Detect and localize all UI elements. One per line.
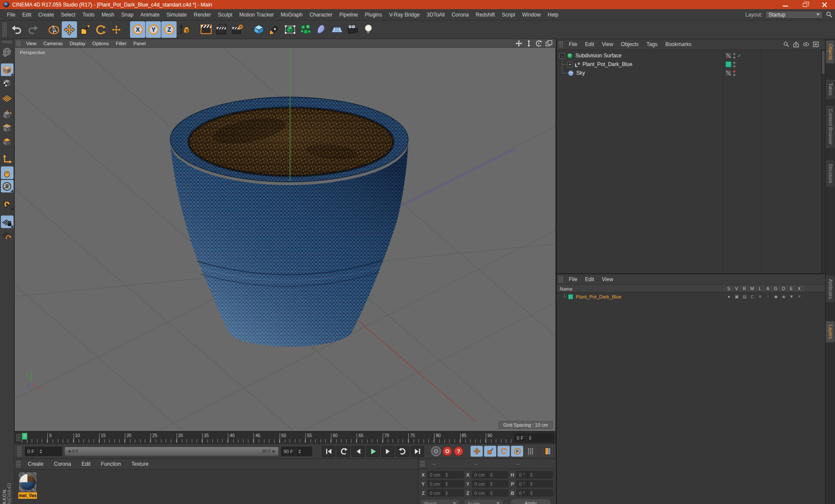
timeline-ruler[interactable]: 0 5 10 15: [22, 433, 511, 443]
menu-item[interactable]: Pipeline: [336, 12, 361, 18]
viewport-menu-item[interactable]: Panel: [130, 41, 149, 46]
layer-column-header[interactable]: R: [741, 285, 748, 292]
light-button[interactable]: [361, 21, 376, 38]
display-toggle-icon[interactable]: [725, 53, 731, 59]
z-axis-lock-button[interactable]: Z: [161, 21, 177, 38]
object-menu-item[interactable]: File: [565, 41, 581, 47]
primitive-cube-button[interactable]: [251, 21, 266, 38]
material-menu-item[interactable]: Function: [96, 461, 126, 467]
minimize-button[interactable]: [783, 3, 788, 7]
display-toggle-icon[interactable]: [725, 70, 731, 76]
position-input[interactable]: 0 cm: [427, 480, 464, 487]
goto-end-button[interactable]: [411, 446, 424, 457]
object-menu-item[interactable]: Edit: [581, 41, 598, 47]
subdivision-surface-button[interactable]: [282, 21, 297, 38]
menu-item[interactable]: V-Ray Bridge: [385, 12, 423, 18]
collapse-expander[interactable]: -: [559, 53, 565, 59]
workplane-mode-button[interactable]: [1, 90, 13, 103]
coordinates-grip[interactable]: [420, 461, 425, 467]
menu-item[interactable]: Simulate: [163, 12, 190, 18]
search-icon[interactable]: [826, 11, 832, 18]
visibility-dots-icon[interactable]: [733, 53, 735, 59]
apply-button[interactable]: Apply: [511, 499, 551, 504]
timeline-frame-field[interactable]: 0 F: [514, 433, 554, 442]
palette-grip[interactable]: [2, 40, 12, 44]
object-menu-item[interactable]: Objects: [617, 41, 643, 47]
material-menu-item[interactable]: Edit: [76, 461, 96, 467]
menu-item[interactable]: Motion Tracker: [236, 12, 277, 18]
rotate-tool-button[interactable]: [93, 21, 108, 38]
pan-icon[interactable]: [515, 40, 522, 47]
toolbar-grip[interactable]: [2, 22, 7, 37]
tab-objects[interactable]: Objects: [826, 40, 835, 64]
material-list[interactable]: mat_Vas: [14, 470, 418, 504]
goto-start-button[interactable]: [322, 446, 335, 457]
layer-toggle-icon[interactable]: ▤: [741, 294, 748, 299]
menu-item[interactable]: Window: [519, 12, 544, 18]
rotation-input[interactable]: 0 °: [516, 489, 553, 497]
layer-column-header[interactable]: X: [795, 285, 803, 292]
spinner-arrows-icon[interactable]: [37, 447, 42, 456]
layer-toggle-icon[interactable]: ◆: [772, 294, 780, 299]
live-selection-button[interactable]: [46, 21, 61, 38]
viewport-menu-item[interactable]: Options: [89, 41, 112, 46]
menu-item[interactable]: MoGraph: [277, 12, 306, 18]
layer-toggle-icon[interactable]: ▼: [788, 294, 795, 299]
key-rotation-toggle[interactable]: [498, 446, 510, 457]
tree-row-plant-pot[interactable]: + L0 Plant_Pot_Dark_Blue: [557, 60, 825, 69]
layer-color-icon[interactable]: [568, 294, 573, 299]
camera-button[interactable]: [345, 21, 360, 38]
previous-key-button[interactable]: [337, 446, 350, 457]
viewport-menu-item[interactable]: Display: [66, 41, 89, 46]
object-name[interactable]: Plant_Pot_Dark_Blue: [582, 61, 632, 67]
layer-column-header[interactable]: G: [772, 285, 780, 292]
visibility-dots-icon[interactable]: [733, 62, 735, 67]
rotation-input[interactable]: 0 °: [516, 480, 553, 487]
move-tool-button[interactable]: [62, 21, 77, 38]
viewport-menubar-grip[interactable]: [16, 40, 21, 46]
material-name[interactable]: mat_Vas: [18, 492, 37, 499]
edges-mode-button[interactable]: [1, 122, 13, 134]
menu-item[interactable]: Sculpt: [214, 12, 236, 18]
menu-item[interactable]: Script: [498, 12, 519, 18]
tweak-mode-button[interactable]: [1, 166, 13, 179]
redo-button[interactable]: [25, 21, 40, 38]
last-tool-button[interactable]: [109, 21, 124, 38]
floor-button[interactable]: [329, 21, 344, 38]
layers-menu-item[interactable]: Edit: [581, 276, 598, 282]
viewport-menu-item[interactable]: View: [23, 41, 40, 46]
deformer-button[interactable]: [298, 21, 313, 38]
home-icon[interactable]: [793, 41, 799, 47]
menu-item[interactable]: Edit: [19, 12, 35, 18]
object-toggles[interactable]: ✓: [725, 53, 741, 59]
name-column-header[interactable]: Name: [557, 286, 725, 292]
layer-column-header[interactable]: E: [788, 285, 795, 292]
viewport-menu-item[interactable]: Filter: [112, 41, 130, 46]
axis-mode-button[interactable]: [1, 153, 13, 166]
object-menu-item[interactable]: Tags: [643, 41, 661, 47]
record-disabled-button[interactable]: [431, 446, 441, 456]
end-frame-field[interactable]: 90 F: [281, 447, 312, 456]
object-menubar-grip[interactable]: [558, 41, 563, 48]
menu-item[interactable]: Snap: [118, 12, 137, 18]
frame-range-slider[interactable]: ◀0 F 90 F▶: [64, 447, 279, 456]
menu-item[interactable]: Corona: [448, 12, 472, 18]
key-parameter-toggle[interactable]: P: [511, 446, 523, 457]
menu-item[interactable]: Render: [190, 12, 214, 18]
material-item[interactable]: mat_Vas: [18, 472, 37, 499]
menu-item[interactable]: Plugins: [361, 12, 385, 18]
visibility-dots-icon[interactable]: [733, 70, 735, 76]
key-scale-toggle[interactable]: [484, 446, 496, 457]
layer-column-header[interactable]: S: [725, 285, 733, 292]
spline-pen-button[interactable]: [267, 21, 282, 38]
material-menu-item[interactable]: Corona: [49, 461, 76, 467]
next-frame-button[interactable]: [381, 446, 394, 457]
add-box-icon[interactable]: [813, 41, 819, 47]
object-name[interactable]: Sky: [576, 70, 585, 76]
transport-grip[interactable]: [17, 446, 22, 457]
snap-button[interactable]: S: [1, 180, 13, 192]
tab-structure[interactable]: Structure: [826, 160, 835, 187]
menu-item[interactable]: Help: [544, 12, 562, 18]
layer-column-header[interactable]: D: [780, 285, 788, 292]
size-input[interactable]: 0 cm: [472, 480, 509, 487]
